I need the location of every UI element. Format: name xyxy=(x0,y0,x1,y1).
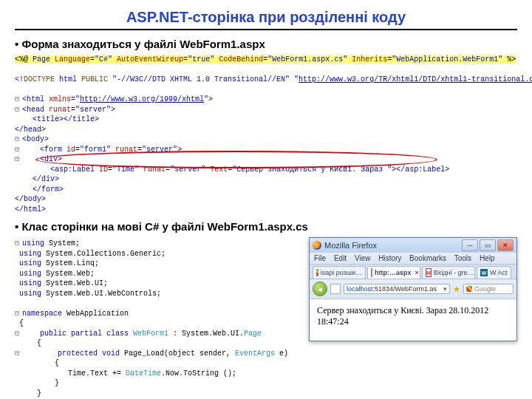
search-box[interactable]: Google xyxy=(463,284,514,294)
document-icon xyxy=(371,268,372,277)
menu-bookmarks[interactable]: Bookmarks xyxy=(409,254,446,262)
menu-edit[interactable]: Edit xyxy=(334,254,347,262)
back-button[interactable]: ◄ xyxy=(313,282,327,296)
browser-tab-strip: isapi розши… http:…aspx× MВхідні - gre… … xyxy=(310,265,516,279)
firefox-icon xyxy=(313,241,321,250)
browser-title-text: Mozilla Firefox xyxy=(324,241,459,250)
menu-file[interactable]: File xyxy=(314,254,326,262)
tab-4[interactable]: WW Act xyxy=(477,266,511,279)
menu-tools[interactable]: Tools xyxy=(454,254,471,262)
bullet-1: Форма знаходиться у файлі WebForm1.aspx xyxy=(15,38,517,50)
menu-view[interactable]: View xyxy=(355,254,371,262)
close-icon[interactable]: × xyxy=(415,269,419,276)
browser-viewport: Сервер знаходиться у Києві. Зараз 28.10.… xyxy=(310,299,516,341)
cs-code-block: ⊟using System; using System.Collections.… xyxy=(15,239,301,399)
browser-menu-bar[interactable]: File Edit View History Bookmarks Tools H… xyxy=(310,253,516,265)
gmail-icon: M xyxy=(426,268,432,277)
window-maximize-button[interactable]: ▭ xyxy=(480,239,496,251)
window-close-button[interactable]: ✕ xyxy=(497,239,514,251)
wikipedia-icon: W xyxy=(480,269,488,276)
aspx-code-block: <%@ Page Language="C#" AutoEventWireup="… xyxy=(15,55,517,214)
window-minimize-button[interactable]: ─ xyxy=(462,239,478,251)
page-output-line2: 18:47:24 xyxy=(317,316,349,327)
page-output-line1: Сервер знаходиться у Києві. Зараз 28.10.… xyxy=(317,305,488,316)
google-icon xyxy=(316,269,318,276)
address-bar[interactable]: localhost:51834/WebForm1.as ▾ xyxy=(344,284,450,294)
google-icon xyxy=(466,286,472,292)
bookmark-star-icon[interactable]: ★ xyxy=(453,284,460,294)
tab-3[interactable]: MВхідні - gre… xyxy=(422,266,475,279)
menu-help[interactable]: Help xyxy=(480,254,495,262)
browser-titlebar: Mozilla Firefox ─ ▭ ✕ xyxy=(310,238,516,253)
slide-title: ASP.NET-сторінка при розділенні коду xyxy=(15,9,517,26)
browser-toolbar: ◄ localhost:51834/WebForm1.as ▾ ★ Google xyxy=(310,279,516,299)
browser-window: Mozilla Firefox ─ ▭ ✕ File Edit View His… xyxy=(309,237,517,341)
menu-history[interactable]: History xyxy=(378,254,401,262)
bullet-2: Клас сторінки на мові C# у файлі WebForm… xyxy=(15,220,517,233)
page-favicon xyxy=(330,284,341,294)
title-divider xyxy=(15,29,517,30)
tab-1[interactable]: isapi розши… xyxy=(313,266,366,279)
tab-2-active[interactable]: http:…aspx× xyxy=(367,266,420,279)
